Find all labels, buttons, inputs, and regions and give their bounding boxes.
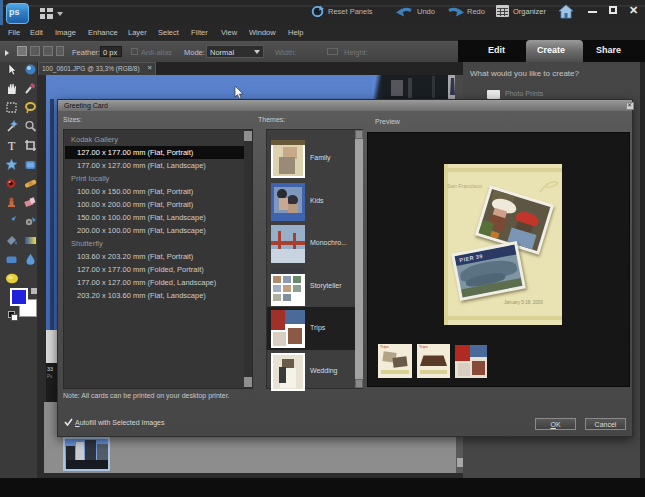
- svg-text:T: T: [8, 139, 16, 152]
